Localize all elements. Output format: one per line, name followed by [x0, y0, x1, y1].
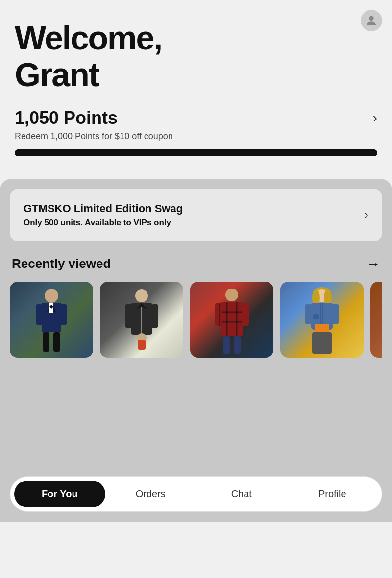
welcome-heading: Welcome, Grant: [15, 20, 377, 93]
tab-profile-label: Profile: [318, 488, 346, 499]
promo-chevron-icon: ›: [364, 207, 368, 222]
tab-for-you[interactable]: For You: [14, 481, 105, 507]
tab-orders-label: Orders: [136, 488, 166, 499]
promo-card[interactable]: GTMSKO Limited Edition Swag Only 500 uni…: [10, 189, 382, 241]
product-image-2: [100, 282, 183, 358]
svg-rect-9: [43, 332, 49, 352]
svg-rect-7: [36, 304, 43, 325]
svg-point-1: [45, 289, 58, 303]
promo-subtitle: Only 500 units. Available to VIPs only: [24, 218, 183, 228]
points-chevron-icon[interactable]: ›: [373, 110, 377, 126]
points-progress-bar: [15, 149, 377, 156]
recently-viewed-header[interactable]: Recently viewed →: [10, 256, 382, 272]
points-progress-fill: [15, 149, 377, 156]
svg-point-11: [135, 289, 148, 302]
svg-rect-21: [221, 302, 243, 336]
svg-rect-31: [234, 336, 241, 354]
tab-for-you-label: For You: [42, 488, 78, 499]
points-row[interactable]: 1,050 Points ›: [15, 108, 377, 128]
tab-orders[interactable]: Orders: [105, 481, 196, 507]
list-item[interactable]: [280, 282, 364, 358]
list-item[interactable]: [100, 282, 183, 358]
bottom-section: GTMSKO Limited Edition Swag Only 500 uni…: [0, 179, 392, 522]
list-item[interactable]: [10, 282, 93, 358]
bottom-navigation: For You Orders Chat Profile: [10, 476, 382, 512]
recently-viewed-arrow-icon[interactable]: →: [367, 256, 380, 272]
product-image-1: [10, 282, 93, 358]
points-subtitle: Redeem 1,000 Points for $10 off coupon: [15, 131, 377, 142]
recently-viewed-label: Recently viewed: [12, 256, 111, 271]
points-section[interactable]: 1,050 Points › Redeem 1,000 Points for $…: [15, 108, 377, 156]
svg-rect-8: [60, 304, 67, 325]
list-item[interactable]: [370, 282, 382, 358]
tab-chat-label: Chat: [231, 488, 252, 499]
list-item[interactable]: [190, 282, 273, 358]
tab-profile[interactable]: Profile: [287, 481, 378, 507]
svg-point-20: [225, 289, 238, 301]
svg-rect-10: [53, 332, 60, 352]
top-section: Welcome, Grant 1,050 Points › Redeem 1,0…: [0, 0, 392, 179]
promo-title: GTMSKO Limited Edition Swag: [24, 202, 183, 215]
svg-rect-19: [138, 340, 146, 350]
welcome-line1: Welcome,: [15, 19, 162, 56]
products-scroll: [10, 282, 382, 362]
product-image-3: [190, 282, 273, 358]
product-image-4: [280, 282, 364, 358]
svg-rect-40: [305, 304, 312, 324]
svg-rect-17: [151, 304, 158, 328]
svg-rect-42: [315, 324, 329, 332]
product-image-5: [370, 282, 382, 358]
avatar[interactable]: [361, 10, 382, 31]
svg-rect-39: [313, 314, 319, 319]
svg-point-0: [369, 16, 373, 21]
svg-rect-30: [223, 336, 230, 354]
svg-rect-16: [125, 304, 132, 328]
tab-chat[interactable]: Chat: [196, 481, 287, 507]
promo-text: GTMSKO Limited Edition Swag Only 500 uni…: [24, 202, 183, 228]
points-amount: 1,050 Points: [15, 108, 118, 128]
welcome-line2: Grant: [15, 56, 98, 93]
svg-rect-43: [312, 332, 332, 354]
svg-rect-26: [215, 303, 222, 326]
svg-rect-41: [332, 304, 339, 324]
